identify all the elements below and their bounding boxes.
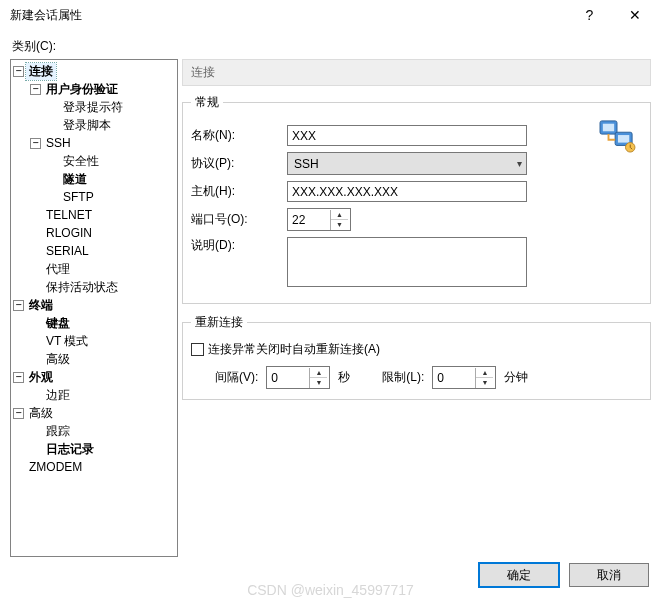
tree-security[interactable]: 安全性 [60,153,102,170]
protocol-label: 协议(P): [191,155,287,172]
tree-login-script[interactable]: 登录脚本 [60,117,114,134]
host-input[interactable] [287,181,527,202]
reconnect-legend: 重新连接 [191,314,247,331]
tree-terminal[interactable]: 终端 [26,297,56,314]
interval-label: 间隔(V): [215,369,258,386]
interval-unit: 秒 [338,369,350,386]
spin-down-icon[interactable]: ▼ [331,220,348,230]
name-input[interactable] [287,125,527,146]
tree-ssh[interactable]: SSH [43,136,74,150]
expand-icon[interactable]: − [13,408,24,419]
tree-keyboard[interactable]: 键盘 [43,315,73,332]
tree-serial[interactable]: SERIAL [43,244,92,258]
expand-icon[interactable]: − [13,300,24,311]
host-label: 主机(H): [191,183,287,200]
tree-keepalive[interactable]: 保持活动状态 [43,279,121,296]
port-label: 端口号(O): [191,211,287,228]
tree-rlogin[interactable]: RLOGIN [43,226,95,240]
tree-connection[interactable]: 连接 [26,63,56,80]
tree-login-prompt[interactable]: 登录提示符 [60,99,126,116]
cancel-button[interactable]: 取消 [569,563,649,587]
limit-input[interactable] [433,367,475,388]
category-label: 类别(C): [12,38,651,55]
tree-trace[interactable]: 跟踪 [43,423,73,440]
port-stepper[interactable]: ▲▼ [287,208,351,231]
expand-icon[interactable]: − [13,66,24,77]
tree-vt[interactable]: VT 模式 [43,333,91,350]
desc-input[interactable] [287,237,527,287]
svg-rect-1 [603,124,614,132]
spin-up-icon[interactable]: ▲ [476,368,493,378]
close-button[interactable]: ✕ [612,1,657,29]
general-group: 常规 名称(N): 协议(P): SSH ▾ [182,94,651,304]
name-label: 名称(N): [191,127,287,144]
tree-advanced[interactable]: 高级 [26,405,56,422]
tree-proxy[interactable]: 代理 [43,261,73,278]
tree-adv-term[interactable]: 高级 [43,351,73,368]
chevron-down-icon: ▾ [517,158,522,169]
limit-unit: 分钟 [504,369,528,386]
protocol-select[interactable]: SSH ▾ [287,152,527,175]
limit-label: 限制(L): [382,369,424,386]
tree-sftp[interactable]: SFTP [60,190,97,204]
help-button[interactable]: ? [567,1,612,29]
tree-appearance[interactable]: 外观 [26,369,56,386]
port-input[interactable] [288,209,330,230]
reconnect-group: 重新连接 连接异常关闭时自动重新连接(A) 间隔(V): ▲▼ 秒 限制(L): [182,314,651,400]
tree-user-auth[interactable]: 用户身份验证 [43,81,121,98]
tree-zmodem[interactable]: ZMODEM [26,460,85,474]
dialog-title: 新建会话属性 [10,7,567,24]
protocol-value: SSH [294,157,319,171]
spin-up-icon[interactable]: ▲ [331,210,348,220]
spin-down-icon[interactable]: ▼ [310,378,327,388]
interval-stepper[interactable]: ▲▼ [266,366,330,389]
panel-heading: 连接 [182,59,651,86]
tree-logging[interactable]: 日志记录 [43,441,97,458]
ok-button[interactable]: 确定 [479,563,559,587]
tree-telnet[interactable]: TELNET [43,208,95,222]
general-legend: 常规 [191,94,223,111]
auto-reconnect-label: 连接异常关闭时自动重新连接(A) [208,341,380,358]
tree-tunnel[interactable]: 隧道 [60,171,90,188]
expand-icon[interactable]: − [13,372,24,383]
expand-icon[interactable]: − [30,84,41,95]
spin-up-icon[interactable]: ▲ [310,368,327,378]
network-icon [598,119,636,153]
desc-label: 说明(D): [191,237,287,254]
auto-reconnect-checkbox[interactable] [191,343,204,356]
spin-down-icon[interactable]: ▼ [476,378,493,388]
expand-icon[interactable]: − [30,138,41,149]
interval-input[interactable] [267,367,309,388]
tree-margin[interactable]: 边距 [43,387,73,404]
svg-rect-3 [618,135,629,143]
category-tree[interactable]: −连接 −用户身份验证 登录提示符 登录脚本 −SSH 安全性 隧道 [10,59,178,557]
limit-stepper[interactable]: ▲▼ [432,366,496,389]
